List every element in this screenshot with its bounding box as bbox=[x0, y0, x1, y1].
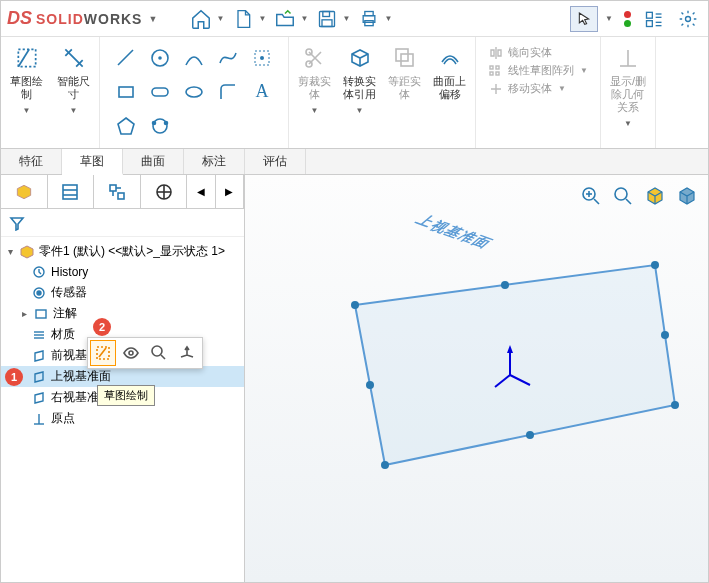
chevron-down-icon[interactable]: ▼ bbox=[299, 14, 309, 23]
tree-root[interactable]: ▾ 零件1 (默认) <<默认>_显示状态 1> bbox=[1, 241, 244, 262]
tree-nav-right-icon[interactable]: ▶ bbox=[216, 175, 244, 208]
svg-point-71 bbox=[661, 331, 669, 339]
svg-rect-39 bbox=[110, 185, 116, 191]
sketch-draw-button[interactable]: 草图绘 制 ▼ bbox=[7, 41, 46, 118]
spline-tool-icon[interactable] bbox=[212, 43, 244, 73]
svg-rect-7 bbox=[647, 20, 653, 26]
circle-tool-icon[interactable] bbox=[144, 43, 176, 73]
svg-point-21 bbox=[186, 87, 202, 97]
display-relations-button[interactable]: 显示/删 除几何 关系 ▼ bbox=[607, 41, 649, 131]
smart-dimension-button[interactable]: 智能尺 寸 ▼ bbox=[54, 41, 93, 118]
polygon-tool-icon[interactable] bbox=[110, 111, 142, 141]
svg-point-16 bbox=[159, 57, 161, 59]
svg-point-70 bbox=[501, 281, 509, 289]
svg-line-64 bbox=[626, 199, 631, 204]
offset-on-surface-button[interactable]: 曲面上 偏移 bbox=[430, 41, 469, 118]
tab-surfaces[interactable]: 曲面 bbox=[123, 149, 184, 174]
linear-pattern-button[interactable]: 线性草图阵列▼ bbox=[488, 63, 588, 78]
plane-icon bbox=[31, 348, 47, 364]
zoom-fit-icon[interactable] bbox=[578, 183, 604, 209]
ribbon-group-edit: 剪裁实 体 ▼ 转换实 体引用 ▼ 等距实 体 曲面上 偏移 bbox=[289, 37, 476, 148]
ribbon-group-sketch: 草图绘 制 ▼ 智能尺 寸 ▼ bbox=[1, 37, 100, 148]
titlebar-right: ▼ bbox=[570, 5, 702, 33]
svg-marker-65 bbox=[355, 265, 675, 465]
options-icon[interactable] bbox=[640, 5, 668, 33]
svg-rect-28 bbox=[396, 49, 408, 61]
property-manager-tab-icon[interactable] bbox=[48, 175, 95, 208]
point-tool-icon[interactable] bbox=[246, 43, 278, 73]
save-icon[interactable] bbox=[313, 5, 341, 33]
text-tool-icon[interactable]: A bbox=[246, 77, 278, 107]
sketch-context-icon[interactable] bbox=[90, 340, 116, 366]
chevron-down-icon[interactable]: ▼ bbox=[383, 14, 393, 23]
svg-rect-5 bbox=[365, 20, 373, 25]
home-icon[interactable] bbox=[187, 5, 215, 33]
tree-item-history[interactable]: History bbox=[1, 262, 244, 282]
arc-tool-icon[interactable] bbox=[178, 43, 210, 73]
tab-features[interactable]: 特征 bbox=[1, 149, 62, 174]
svg-rect-20 bbox=[152, 88, 168, 96]
move-entities-button[interactable]: 移动实体▼ bbox=[488, 81, 588, 96]
graphics-viewport[interactable]: 上视基准面 bbox=[245, 175, 708, 582]
tab-sketch[interactable]: 草图 bbox=[62, 149, 123, 175]
tree-body: ▾ 零件1 (默认) <<默认>_显示状态 1> History 传感器 ▸ 注… bbox=[1, 237, 244, 582]
context-toolbar bbox=[87, 337, 203, 369]
ellipse-tool-icon[interactable] bbox=[178, 77, 210, 107]
svg-rect-6 bbox=[647, 12, 653, 18]
new-file-icon[interactable] bbox=[229, 5, 257, 33]
expand-icon[interactable]: ▸ bbox=[19, 308, 29, 319]
svg-point-25 bbox=[165, 121, 168, 124]
svg-rect-1 bbox=[323, 11, 330, 16]
rebuild-status-icon[interactable] bbox=[620, 8, 634, 30]
chevron-down-icon[interactable]: ▼ bbox=[215, 14, 225, 23]
offset-entities-button[interactable]: 等距实 体 bbox=[385, 41, 424, 118]
zoom-area-icon[interactable] bbox=[610, 183, 636, 209]
svg-point-73 bbox=[366, 381, 374, 389]
section-view-icon[interactable] bbox=[642, 183, 668, 209]
feature-manager-tab-icon[interactable] bbox=[1, 175, 48, 208]
chevron-down-icon[interactable]: ▼ bbox=[604, 14, 614, 23]
tree-item-top-plane[interactable]: 上视基准面 bbox=[1, 366, 244, 387]
svg-rect-31 bbox=[496, 66, 499, 69]
collapse-icon[interactable]: ▾ bbox=[5, 246, 15, 257]
svg-point-68 bbox=[671, 401, 679, 409]
mirror-entities-button[interactable]: 镜向实体 bbox=[488, 45, 588, 60]
tree-filter-row bbox=[1, 209, 244, 237]
dimxpert-tab-icon[interactable] bbox=[141, 175, 188, 208]
svg-point-24 bbox=[153, 121, 156, 124]
slot-tool-icon[interactable] bbox=[144, 77, 176, 107]
tree-nav-left-icon[interactable]: ◀ bbox=[187, 175, 215, 208]
select-tool-button[interactable] bbox=[570, 6, 598, 32]
line-tool-icon[interactable] bbox=[110, 43, 142, 73]
chevron-down-icon[interactable]: ▼ bbox=[257, 14, 267, 23]
fillet-tool-icon[interactable] bbox=[212, 77, 244, 107]
settings-gear-icon[interactable] bbox=[674, 5, 702, 33]
command-manager-tabs: 特征 草图 曲面 标注 评估 bbox=[1, 149, 708, 175]
part-icon bbox=[19, 244, 35, 260]
open-file-icon[interactable] bbox=[271, 5, 299, 33]
show-context-icon[interactable] bbox=[118, 340, 144, 366]
reference-plane[interactable] bbox=[255, 215, 695, 515]
configuration-manager-tab-icon[interactable] bbox=[94, 175, 141, 208]
zoom-context-icon[interactable] bbox=[146, 340, 172, 366]
tree-item-annotations[interactable]: ▸ 注解 bbox=[1, 303, 244, 324]
svg-rect-32 bbox=[490, 72, 493, 75]
tab-annotations[interactable]: 标注 bbox=[184, 149, 245, 174]
filter-icon[interactable] bbox=[9, 215, 25, 231]
print-icon[interactable] bbox=[355, 5, 383, 33]
chevron-down-icon[interactable]: ▼ bbox=[341, 14, 351, 23]
rectangle-tool-icon[interactable] bbox=[110, 77, 142, 107]
convert-entities-button[interactable]: 转换实 体引用 ▼ bbox=[340, 41, 379, 118]
tree-item-sensors[interactable]: 传感器 bbox=[1, 282, 244, 303]
tab-evaluate[interactable]: 评估 bbox=[245, 149, 306, 174]
normal-to-context-icon[interactable] bbox=[174, 340, 200, 366]
history-icon bbox=[31, 264, 47, 280]
svg-point-12 bbox=[686, 16, 691, 21]
svg-point-18 bbox=[260, 56, 264, 60]
tree-item-origin[interactable]: 原点 bbox=[1, 408, 244, 429]
view-orientation-icon[interactable] bbox=[674, 183, 700, 209]
svg-rect-40 bbox=[118, 193, 124, 199]
perimeter-circle-icon[interactable] bbox=[144, 111, 176, 141]
chevron-down-icon[interactable]: ▼ bbox=[148, 14, 157, 24]
trim-button[interactable]: 剪裁实 体 ▼ bbox=[295, 41, 334, 118]
